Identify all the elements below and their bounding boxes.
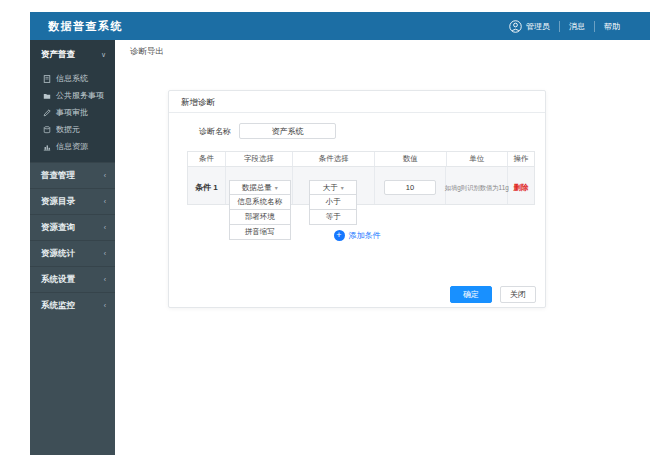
sidebar-group-label: 资产普查 <box>41 49 75 61</box>
sidebar-item-label: 公共服务事项 <box>56 90 104 101</box>
sidebar-item-label: 事项审批 <box>56 107 88 118</box>
condition-select-dropdown: 大于 ▾ 小于 等于 <box>309 180 357 225</box>
edit-icon <box>43 109 51 117</box>
condition-select-cell: 大于 ▾ 小于 等于 <box>293 167 374 204</box>
col-header-condition: 条件 <box>188 152 226 166</box>
sidebar-item-information-resources[interactable]: 信息资源 <box>30 138 115 155</box>
sidebar-group-asset-census: 资产普查 ∨ 信息系统 公共服务事项 <box>30 40 115 162</box>
condition-select-value: 大于 <box>323 183 338 193</box>
chevron-left-icon: ‹ <box>104 302 106 309</box>
field-select-trigger[interactable]: 数据总量 ▾ <box>229 180 291 195</box>
folder-icon <box>43 92 51 100</box>
sidebar: 资产普查 ∨ 信息系统 公共服务事项 <box>30 40 115 455</box>
operation-cell: 删除 <box>508 167 534 204</box>
help-link[interactable]: 帮助 <box>604 21 620 32</box>
value-cell <box>375 167 447 204</box>
condition-option-equal[interactable]: 等于 <box>309 210 357 225</box>
breadcrumb: 诊断导出 <box>115 40 650 62</box>
sidebar-group-resource-catalog[interactable]: 资源目录 ‹ <box>30 188 115 214</box>
header-actions: 管理员 消息 帮助 <box>509 20 620 33</box>
chevron-down-icon: ∨ <box>101 51 106 59</box>
sidebar-group-resource-statistics[interactable]: 资源统计 ‹ <box>30 240 115 266</box>
chevron-left-icon: ‹ <box>104 250 106 257</box>
chevron-left-icon: ‹ <box>104 276 106 283</box>
sidebar-item-item-approval[interactable]: 事项审批 <box>30 104 115 121</box>
app-title: 数据普查系统 <box>48 19 123 34</box>
close-button[interactable]: 关闭 <box>500 286 536 303</box>
field-select-cell: 数据总量 ▾ 信息系统名称 部署环境 拼音缩写 <box>226 167 294 204</box>
col-header-operation: 操作 <box>508 152 534 166</box>
sidebar-group-census-management[interactable]: 普查管理 ‹ <box>30 162 115 188</box>
sidebar-item-information-system[interactable]: 信息系统 <box>30 70 115 87</box>
sidebar-item-label: 信息系统 <box>56 73 88 84</box>
diagnosis-name-input[interactable] <box>239 123 336 139</box>
sidebar-group-system-monitoring[interactable]: 系统监控 ‹ <box>30 292 115 318</box>
condition-row-label: 条件 1 <box>195 182 218 193</box>
avatar-icon <box>509 20 522 33</box>
divider <box>594 21 595 32</box>
table-row: 条件 1 数据总量 ▾ 信息系统名称 部署环境 拼音缩写 <box>187 167 535 205</box>
sidebar-group-label: 系统监控 <box>41 300 75 312</box>
document-icon <box>43 75 51 83</box>
dialog-footer: 确定 关闭 <box>450 286 536 303</box>
add-condition-button[interactable]: + 添加条件 <box>169 230 545 241</box>
chevron-left-icon: ‹ <box>104 172 106 179</box>
sidebar-item-label: 数据元 <box>56 124 80 135</box>
chevron-left-icon: ‹ <box>104 224 106 231</box>
chevron-left-icon: ‹ <box>104 198 106 205</box>
field-option-deploy-env[interactable]: 部署环境 <box>229 210 291 225</box>
confirm-button[interactable]: 确定 <box>450 286 492 303</box>
col-header-condition-select: 条件选择 <box>293 152 375 166</box>
sidebar-group-label: 普查管理 <box>41 170 75 182</box>
conditions-table: 条件 字段选择 条件选择 数值 单位 操作 条件 1 数据总量 <box>187 151 535 205</box>
add-condition-label: 添加条件 <box>349 230 381 241</box>
delete-condition-link[interactable]: 删除 <box>514 183 529 193</box>
database-icon <box>43 126 51 134</box>
plus-circle-icon: + <box>334 230 345 241</box>
diagnosis-name-label: 诊断名称 <box>199 126 231 137</box>
sidebar-group-system-settings[interactable]: 系统设置 ‹ <box>30 266 115 292</box>
sidebar-group-header-asset-census[interactable]: 资产普查 ∨ <box>30 40 115 70</box>
sidebar-item-label: 信息资源 <box>56 141 88 152</box>
chart-icon <box>43 143 51 151</box>
table-header-row: 条件 字段选择 条件选择 数值 单位 操作 <box>187 151 535 167</box>
col-header-value: 数值 <box>375 152 447 166</box>
app-window: 数据普查系统 管理员 消息 帮助 资产普查 ∨ <box>30 12 650 455</box>
diagnosis-name-row: 诊断名称 <box>169 123 545 139</box>
sidebar-group-label: 资源查询 <box>41 222 75 234</box>
sidebar-group-label: 资源统计 <box>41 248 75 260</box>
sidebar-group-resource-query[interactable]: 资源查询 ‹ <box>30 214 115 240</box>
user-menu[interactable]: 管理员 <box>509 20 550 33</box>
user-name: 管理员 <box>526 21 550 32</box>
messages-link[interactable]: 消息 <box>569 21 585 32</box>
condition-option-less-than[interactable]: 小于 <box>309 195 357 210</box>
dialog-title: 新增诊断 <box>169 91 545 113</box>
unit-cell: 如填g则识别数值为11g <box>446 167 508 204</box>
field-select-value: 数据总量 <box>242 183 272 193</box>
field-option-info-system-name[interactable]: 信息系统名称 <box>229 195 291 210</box>
add-diagnosis-dialog: 新增诊断 诊断名称 条件 字段选择 条件选择 数值 单位 操作 条件 1 <box>168 90 546 308</box>
unit-hint-text: 如填g则识别数值为11g <box>445 184 509 193</box>
chevron-down-icon: ▾ <box>275 184 278 191</box>
sidebar-group-label: 资源目录 <box>41 196 75 208</box>
sidebar-item-public-service-items[interactable]: 公共服务事项 <box>30 87 115 104</box>
chevron-down-icon: ▾ <box>341 184 344 191</box>
top-header-bar: 数据普查系统 管理员 消息 帮助 <box>30 12 650 40</box>
sidebar-item-data-element[interactable]: 数据元 <box>30 121 115 138</box>
sidebar-group-label: 系统设置 <box>41 274 75 286</box>
col-header-field-select: 字段选择 <box>226 152 294 166</box>
condition-select-trigger[interactable]: 大于 ▾ <box>309 180 357 195</box>
field-option-pinyin-abbr[interactable]: 拼音缩写 <box>229 225 291 240</box>
main-content: 诊断导出 新增诊断 诊断名称 条件 字段选择 条件选择 数值 单位 操作 <box>115 40 650 455</box>
value-input[interactable] <box>384 180 436 195</box>
divider <box>559 21 560 32</box>
col-header-unit: 单位 <box>447 152 509 166</box>
field-select-dropdown: 数据总量 ▾ 信息系统名称 部署环境 拼音缩写 <box>229 180 291 240</box>
condition-row-label-cell: 条件 1 <box>188 167 226 204</box>
